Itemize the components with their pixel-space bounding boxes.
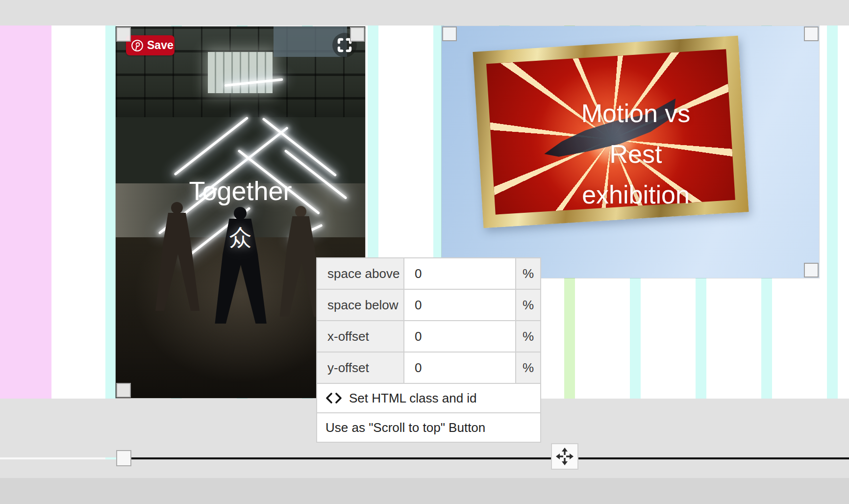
setting-row-space-below: space below %: [317, 290, 540, 321]
space-below-input[interactable]: [404, 298, 515, 313]
resize-handle-top-right[interactable]: [804, 26, 819, 41]
editor-canvas: Together 众 Save Mo: [0, 0, 849, 504]
unit-label: %: [516, 258, 540, 289]
use-as-scroll-to-top-button[interactable]: Use as "Scroll to top" Button: [317, 413, 540, 442]
skylight: [208, 52, 273, 93]
setting-label: space below: [317, 290, 404, 320]
left-image-caption: Together 众: [116, 168, 365, 261]
pinterest-save-label: Save: [147, 39, 174, 52]
unit-label: %: [516, 290, 540, 320]
divider-line-guide-tint: [105, 457, 116, 459]
divider-line[interactable]: [131, 457, 849, 459]
caption-line: Motion vs: [499, 93, 773, 134]
divider-line-left-segment: [0, 457, 116, 459]
setting-label: x-offset: [317, 321, 404, 352]
resize-handle-bottom-right[interactable]: [804, 263, 819, 277]
canvas-bottom-area: [0, 478, 849, 504]
x-offset-input[interactable]: [404, 329, 515, 344]
resize-handle-top-left[interactable]: [116, 27, 131, 42]
resize-handle-top-left[interactable]: [442, 26, 457, 41]
setting-label: space above: [317, 258, 404, 289]
column-guide: [105, 25, 116, 399]
divider-drag-handle[interactable]: [116, 450, 131, 466]
space-above-input[interactable]: [404, 266, 515, 281]
column-guide: [827, 25, 838, 399]
setting-row-y-offset: y-offset %: [317, 353, 540, 384]
move-arrows-icon: [555, 447, 574, 466]
left-margin-guide: [0, 25, 51, 399]
setting-row-x-offset: x-offset %: [317, 321, 540, 353]
y-offset-input[interactable]: [404, 360, 515, 376]
resize-handle-bottom-left[interactable]: [116, 383, 131, 398]
move-handle[interactable]: [551, 443, 578, 470]
unit-label: %: [516, 353, 540, 383]
action-label: Use as "Scroll to top" Button: [325, 420, 485, 435]
right-image-caption: Motion vs Rest exhibition: [499, 93, 773, 215]
resize-handle-top-right[interactable]: [350, 27, 365, 42]
setting-label: y-offset: [317, 353, 404, 383]
caption-line: exhibition: [499, 175, 773, 215]
code-icon: [325, 392, 342, 404]
set-html-class-id-button[interactable]: Set HTML class and id: [317, 384, 540, 413]
top-toolbar-strip: [0, 0, 849, 25]
caption-line: Rest: [499, 134, 773, 175]
unit-label: %: [516, 321, 540, 352]
action-label: Set HTML class and id: [349, 391, 477, 406]
caption-line: Together: [116, 168, 365, 214]
pinterest-save-button[interactable]: Save: [126, 35, 175, 55]
setting-row-space-above: space above %: [317, 258, 540, 290]
pinterest-logo-icon: [131, 39, 144, 52]
element-settings-panel: space above % space below % x-offset % y…: [316, 257, 541, 443]
caption-line: 众: [116, 214, 365, 261]
holographic-print-photo[interactable]: Motion vs Rest exhibition: [442, 26, 819, 278]
